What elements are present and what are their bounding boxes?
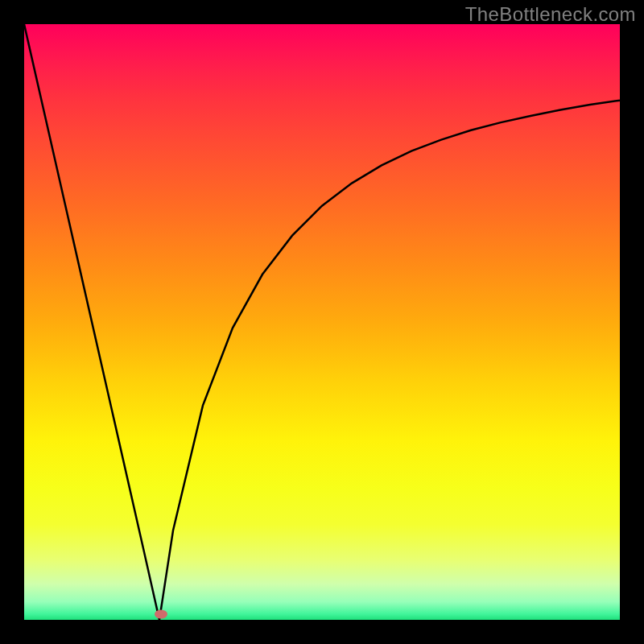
chart-container: TheBottleneck.com — [0, 0, 644, 644]
watermark-text: TheBottleneck.com — [465, 3, 636, 26]
optimal-point-marker — [155, 609, 167, 618]
bottleneck-curve — [24, 24, 620, 620]
